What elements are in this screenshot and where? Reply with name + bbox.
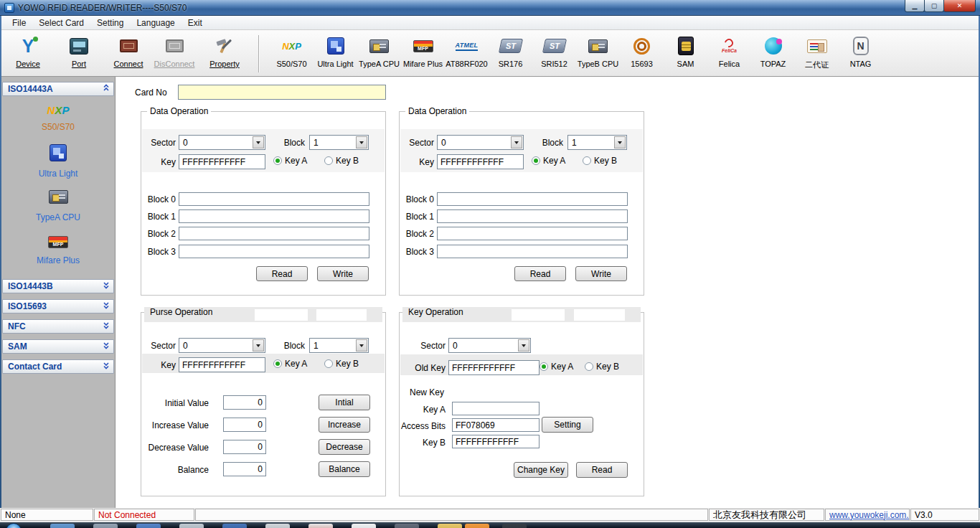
dropdown-arrow-icon[interactable] — [253, 136, 264, 148]
toolbar-disconnect[interactable]: DisConnect — [151, 34, 198, 68]
block0-input[interactable] — [179, 192, 369, 206]
block1-input[interactable] — [437, 209, 628, 223]
sidebar-section-iso14443b[interactable]: ISO14443B — [2, 279, 114, 293]
menu-exit[interactable]: Exit — [182, 16, 209, 29]
sector-select[interactable]: 0 — [179, 135, 265, 150]
taskbar-icon[interactable] — [222, 524, 247, 528]
toolbar-s50s70[interactable]: NXP S50/S70 — [270, 34, 314, 68]
block-select[interactable]: 1 — [567, 135, 627, 150]
toolbar-connect[interactable]: Connect — [106, 34, 151, 68]
sidebar-section-sam[interactable]: SAM — [2, 339, 114, 354]
sidebar-item-s50s70[interactable]: NXP S50/S70 — [1, 104, 115, 132]
read-button[interactable]: Read — [576, 462, 628, 478]
menu-select-card[interactable]: Select Card — [32, 16, 90, 29]
sidebar-item-typea-cpu[interactable]: TypeA CPU — [1, 190, 115, 222]
taskbar-icon[interactable] — [438, 524, 462, 528]
block-select[interactable]: 1 — [309, 135, 369, 150]
taskbar-icon[interactable] — [308, 524, 333, 528]
sidebar-section-contact-card[interactable]: Contact Card — [2, 359, 114, 374]
block3-input[interactable] — [437, 245, 628, 258]
taskbar-icon[interactable] — [395, 524, 419, 528]
decrease-button[interactable]: Decrease — [319, 439, 370, 455]
block1-input[interactable] — [179, 209, 369, 223]
toolbar-ntag[interactable]: N NTAG — [839, 34, 882, 68]
toolbar-id-card[interactable]: 二代证 — [795, 34, 839, 70]
initial-value-input[interactable] — [223, 395, 266, 410]
minimize-button[interactable]: ▁ — [905, 0, 925, 12]
taskbar-icon[interactable] — [136, 524, 161, 528]
key-a-radio[interactable]: Key A — [540, 362, 573, 372]
menu-language[interactable]: Language — [130, 16, 181, 29]
toolbar-15693[interactable]: 15693 — [620, 34, 664, 68]
sidebar-section-nfc[interactable]: NFC — [2, 319, 114, 334]
menu-file[interactable]: File — [6, 16, 32, 29]
chevron-down-icon[interactable] — [103, 281, 110, 291]
sector-select[interactable]: 0 — [179, 338, 265, 353]
taskbar-icon[interactable] — [352, 524, 376, 528]
toolbar-property[interactable]: Property — [198, 34, 251, 68]
menu-setting[interactable]: Setting — [90, 16, 130, 29]
maximize-button[interactable]: ▢ — [924, 0, 944, 12]
increase-button[interactable]: Increase — [319, 417, 370, 433]
block2-input[interactable] — [437, 227, 628, 240]
read-button[interactable]: Read — [514, 266, 566, 281]
setting-button[interactable]: Setting — [542, 417, 593, 433]
toolbar-sr176[interactable]: ST SR176 — [489, 34, 532, 68]
key-a-radio[interactable]: Key A — [273, 359, 307, 369]
close-button[interactable]: ✕ — [943, 0, 976, 12]
taskbar-icon[interactable] — [465, 524, 489, 528]
sidebar-item-mifare-plus[interactable]: MFP Mifare Plus — [1, 236, 115, 265]
key-b-radio[interactable]: Key B — [583, 156, 617, 166]
access-bits-input[interactable] — [452, 418, 540, 432]
new-key-b-input[interactable] — [452, 435, 540, 448]
key-b-radio[interactable]: Key B — [585, 362, 619, 372]
toolbar-ultralight[interactable]: Ultra Light — [314, 34, 357, 68]
toolbar-typeb-cpu[interactable]: TypeB CPU — [576, 34, 620, 68]
old-key-input[interactable] — [448, 360, 540, 375]
toolbar-typea-cpu[interactable]: TypeA CPU — [357, 34, 401, 68]
toolbar-sam[interactable]: SAM — [664, 34, 707, 68]
toolbar-sri512[interactable]: ST SRI512 — [532, 34, 576, 68]
key-a-radio[interactable]: Key A — [273, 156, 307, 166]
chevron-down-icon[interactable] — [103, 321, 110, 331]
write-button[interactable]: Write — [317, 266, 369, 281]
key-input[interactable] — [437, 154, 524, 169]
taskbar-icon[interactable] — [179, 524, 204, 528]
sector-select[interactable]: 0 — [448, 338, 531, 353]
block0-input[interactable] — [437, 192, 628, 206]
block-select[interactable]: 1 — [309, 338, 369, 353]
taskbar-icon[interactable] — [50, 524, 75, 528]
dropdown-arrow-icon[interactable] — [614, 136, 626, 148]
toolbar-device[interactable]: Y Device — [4, 34, 52, 68]
card-no-input[interactable] — [178, 85, 386, 100]
taskbar-icon[interactable] — [93, 524, 118, 528]
change-key-button[interactable]: Change Key — [514, 462, 568, 478]
sidebar-section-iso14443a[interactable]: ISO14443A — [2, 82, 114, 96]
write-button[interactable]: Write — [575, 266, 627, 281]
decrease-value-input[interactable] — [223, 440, 266, 454]
taskbar-icon[interactable] — [502, 524, 527, 528]
chevron-down-icon[interactable] — [103, 301, 110, 311]
new-key-a-input[interactable] — [452, 402, 540, 415]
dropdown-arrow-icon[interactable] — [356, 136, 367, 148]
key-input[interactable] — [179, 154, 265, 169]
sidebar-section-iso15693[interactable]: ISO15693 — [2, 299, 114, 314]
toolbar-mifare-plus[interactable]: MFP Mifare Plus — [401, 34, 445, 68]
start-button[interactable] — [6, 523, 22, 528]
chevron-down-icon[interactable] — [103, 341, 110, 352]
initial-button[interactable]: Intial — [319, 395, 370, 410]
key-b-radio[interactable]: Key B — [324, 359, 359, 369]
balance-input[interactable] — [223, 462, 266, 476]
key-a-radio[interactable]: Key A — [532, 156, 565, 166]
toolbar-topaz[interactable]: TOPAZ — [751, 34, 795, 68]
website-link[interactable]: www.youwokeji.com.cn — [829, 510, 910, 520]
chevron-up-icon[interactable] — [103, 84, 110, 94]
read-button[interactable]: Read — [256, 266, 308, 281]
block2-input[interactable] — [179, 227, 369, 240]
increase-value-input[interactable] — [223, 418, 266, 432]
toolbar-port[interactable]: Port — [52, 34, 106, 68]
dropdown-arrow-icon[interactable] — [511, 136, 522, 148]
dropdown-arrow-icon[interactable] — [356, 339, 367, 352]
key-input[interactable] — [179, 357, 265, 372]
chevron-down-icon[interactable] — [103, 362, 110, 372]
